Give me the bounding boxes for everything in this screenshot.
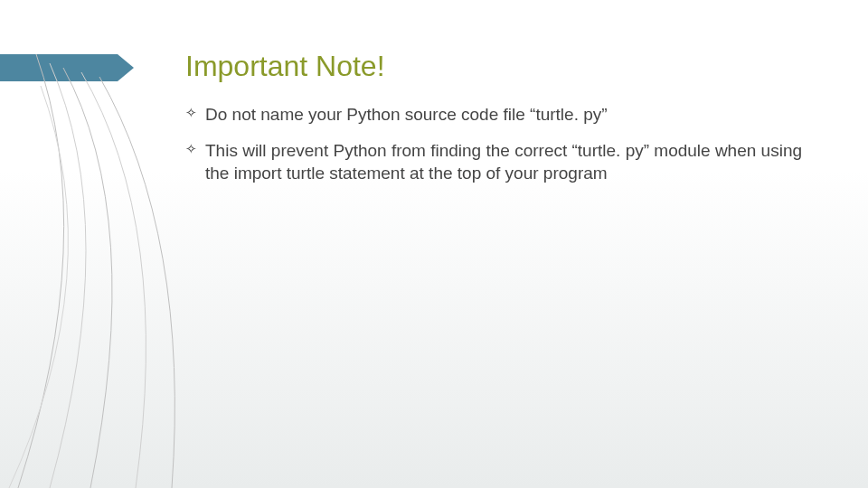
accent-arrow-icon: [118, 54, 134, 81]
list-item: This will prevent Python from finding th…: [185, 139, 818, 185]
bullet-list: Do not name your Python source code file…: [185, 103, 818, 185]
slide-content: Important Note! Do not name your Python …: [185, 50, 818, 198]
slide-title: Important Note!: [185, 50, 818, 83]
accent-bar: [0, 54, 118, 81]
list-item: Do not name your Python source code file…: [185, 103, 818, 127]
